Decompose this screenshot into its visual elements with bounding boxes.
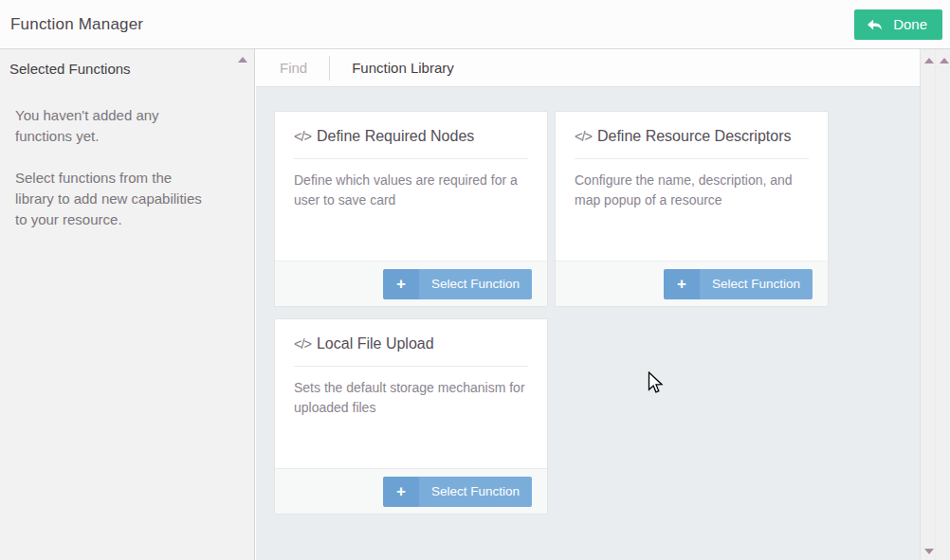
select-function-button[interactable]: + Select Function <box>383 477 532 507</box>
scrollbar-divider <box>935 49 936 560</box>
tab-find[interactable]: Find <box>280 60 307 76</box>
card-title: </>Define Resource Descriptors <box>575 128 809 145</box>
card-grid: </>Define Required Nodes Define which va… <box>274 111 902 515</box>
undo-arrow-icon <box>867 18 883 31</box>
function-card-define-required-nodes: </>Define Required Nodes Define which va… <box>274 111 548 307</box>
card-body: </>Define Required Nodes Define which va… <box>275 112 547 261</box>
done-button-label: Done <box>893 16 927 32</box>
card-divider <box>294 366 528 367</box>
tabbar: Find Function Library <box>256 49 920 87</box>
empty-state-message: You haven't added any functions yet. <box>15 105 210 147</box>
library-content: </>Define Required Nodes Define which va… <box>256 87 920 560</box>
card-title: </>Define Required Nodes <box>294 128 528 145</box>
plus-icon: + <box>383 477 419 507</box>
selected-functions-header: Selected Functions <box>9 61 239 77</box>
card-divider <box>294 158 528 159</box>
select-function-label: Select Function <box>419 477 532 507</box>
plus-icon: + <box>664 269 700 299</box>
select-function-button[interactable]: + Select Function <box>383 269 532 299</box>
card-divider <box>575 158 809 159</box>
tab-divider <box>329 56 330 81</box>
hint-message: Select functions from the library to add… <box>15 168 210 230</box>
done-button[interactable]: Done <box>854 9 942 40</box>
code-icon: </> <box>294 336 311 352</box>
sidebar-scroll-up-icon[interactable] <box>238 57 247 63</box>
card-description: Sets the default storage mechanism for u… <box>294 378 528 418</box>
card-description: Configure the name, description, and map… <box>575 171 809 210</box>
selected-functions-panel: Selected Functions You haven't added any… <box>0 49 255 560</box>
function-card-local-file-upload: </>Local File Upload Sets the default st… <box>274 318 548 515</box>
select-function-label: Select Function <box>419 269 532 299</box>
card-description: Define which values are required for a u… <box>294 171 528 210</box>
card-footer: + Select Function <box>275 261 547 306</box>
page-scroll-up-icon[interactable] <box>940 58 949 63</box>
card-title: </>Local File Upload <box>294 335 528 352</box>
code-icon: </> <box>575 129 592 144</box>
code-icon: </> <box>294 129 311 144</box>
select-function-button[interactable]: + Select Function <box>664 269 813 299</box>
function-card-define-resource-descriptors: </>Define Resource Descriptors Configure… <box>555 111 829 307</box>
topbar: Function Manager Done <box>0 0 950 49</box>
scrollbar-strip <box>920 49 950 560</box>
panel-scroll-up-icon[interactable] <box>924 58 934 63</box>
plus-icon: + <box>383 269 419 299</box>
select-function-label: Select Function <box>700 269 813 299</box>
card-footer: + Select Function <box>275 468 547 514</box>
function-library-panel: Find Function Library </>Define Required… <box>256 49 920 560</box>
card-footer: + Select Function <box>556 261 828 306</box>
page-title: Function Manager <box>10 15 143 34</box>
card-body: </>Define Resource Descriptors Configure… <box>556 112 828 261</box>
card-body: </>Local File Upload Sets the default st… <box>275 319 547 468</box>
tab-function-library[interactable]: Function Library <box>352 60 454 76</box>
panel-scroll-down-icon[interactable] <box>924 549 934 554</box>
